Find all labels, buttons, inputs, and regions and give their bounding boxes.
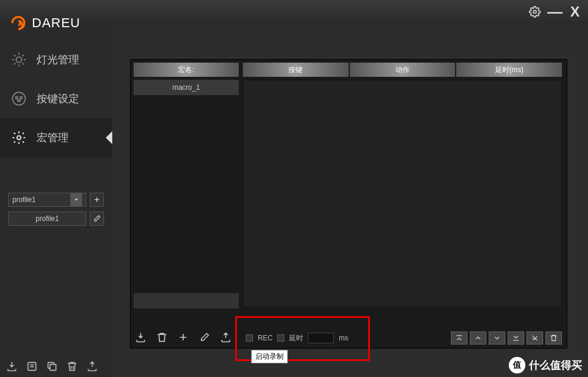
sidebar: DAREU 灯光管理 按键设定 宏管理 profile1 — [0, 24, 112, 377]
macro-steps-body — [243, 80, 562, 307]
svg-point-1 — [16, 57, 21, 62]
sidebar-toolbar — [5, 359, 99, 373]
nav-label: 灯光管理 — [37, 53, 79, 67]
svg-line-22 — [532, 336, 537, 340]
settings-icon[interactable] — [529, 6, 541, 18]
bulb-icon — [11, 51, 27, 68]
svg-rect-12 — [20, 97, 22, 99]
logo-icon — [8, 13, 28, 33]
delay-label: 延时 — [289, 333, 303, 343]
watermark: 值 什么值得买 — [509, 357, 582, 373]
svg-rect-13 — [18, 100, 20, 101]
profile-selected: profile1 — [12, 196, 35, 204]
profile-name: profile1 — [8, 212, 86, 226]
macro-list-footer — [134, 293, 239, 308]
edit-macro-icon[interactable] — [197, 330, 212, 344]
add-macro-icon[interactable]: + — [176, 330, 190, 344]
move-down-icon[interactable] — [489, 332, 505, 344]
export-icon[interactable] — [85, 359, 99, 373]
macro-toolbar-left: + — [134, 330, 233, 344]
nav-label: 按键设定 — [37, 92, 79, 106]
col-delay: 延时(ms) — [456, 63, 562, 77]
record-row: REC 延时 ms — [246, 333, 348, 343]
add-profile-button[interactable]: + — [90, 193, 104, 207]
svg-line-6 — [14, 55, 15, 56]
delay-checkbox[interactable] — [277, 334, 284, 342]
nav-lighting[interactable]: 灯光管理 — [0, 40, 112, 79]
svg-point-14 — [17, 136, 21, 140]
rec-label: REC — [258, 334, 272, 342]
clear-icon[interactable] — [527, 332, 543, 344]
logo-text: DAREU — [32, 15, 80, 31]
keyboard-icon — [11, 90, 27, 107]
nav-keys[interactable]: 按键设定 — [0, 79, 112, 118]
remove-icon[interactable] — [545, 332, 562, 344]
import-icon[interactable] — [5, 359, 19, 373]
rec-checkbox[interactable] — [246, 334, 253, 342]
col-action: 动作 — [350, 63, 456, 77]
watermark-text: 什么值得买 — [529, 358, 582, 372]
delay-input[interactable] — [308, 333, 334, 343]
delete-macro-icon[interactable] — [155, 330, 169, 344]
export-macro-icon[interactable] — [219, 330, 233, 344]
list-icon[interactable] — [25, 359, 39, 373]
copy-icon[interactable] — [45, 359, 59, 373]
macro-toolbar-right — [451, 332, 562, 344]
col-key: 按键 — [243, 63, 349, 77]
profile-select[interactable]: profile1 — [8, 193, 86, 207]
svg-point-10 — [12, 92, 25, 105]
delete-icon[interactable] — [65, 359, 79, 373]
close-icon[interactable]: X — [569, 6, 581, 18]
svg-point-0 — [534, 11, 537, 14]
nav-macro[interactable]: 宏管理 — [0, 118, 112, 157]
macro-panel: 宏名: macro_1 按键 动作 延时(ms) + — [130, 59, 567, 349]
svg-rect-11 — [16, 97, 18, 99]
svg-line-8 — [14, 63, 15, 64]
minimize-icon[interactable]: — — [549, 6, 561, 18]
nav-label: 宏管理 — [37, 131, 69, 145]
edit-profile-button[interactable] — [90, 212, 104, 226]
move-bottom-icon[interactable] — [508, 332, 524, 344]
tooltip: 启动录制 — [251, 350, 288, 363]
macro-list-item[interactable]: macro_1 — [134, 80, 239, 95]
chevron-down-icon — [70, 193, 82, 206]
svg-rect-18 — [50, 365, 56, 370]
svg-line-9 — [22, 55, 24, 56]
macro-name-header: 宏名: — [134, 63, 239, 77]
ms-label: ms — [339, 334, 348, 342]
svg-line-7 — [22, 63, 24, 64]
logo: DAREU — [0, 13, 112, 40]
import-macro-icon[interactable] — [134, 330, 148, 344]
main-area: 宏名: macro_1 按键 动作 延时(ms) + — [112, 24, 588, 377]
move-top-icon[interactable] — [451, 332, 467, 344]
move-up-icon[interactable] — [470, 332, 486, 344]
watermark-badge: 值 — [509, 357, 525, 373]
gear-icon — [11, 129, 27, 146]
